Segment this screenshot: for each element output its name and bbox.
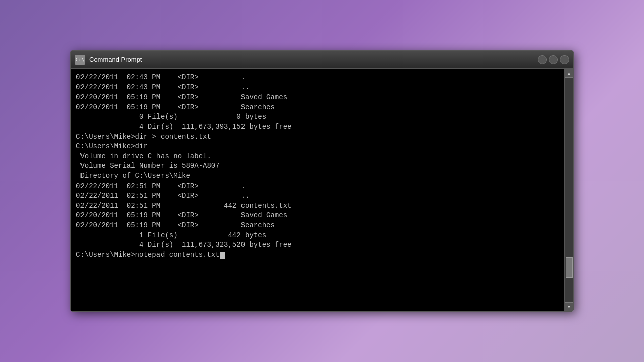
terminal-line: Volume Serial Number is 589A-A807 (76, 161, 559, 171)
minimize-button[interactable] (538, 55, 547, 64)
terminal-line: 02/20/2011 05:19 PM <DIR> Saved Games (76, 93, 559, 103)
terminal-line: 02/22/2011 02:51 PM <DIR> . (76, 182, 559, 192)
terminal-line: C:\Users\Mike>dir > contents.txt (76, 132, 559, 142)
maximize-button[interactable] (549, 55, 558, 64)
window-icon: C:\ (75, 55, 85, 65)
terminal-line: 02/22/2011 02:43 PM <DIR> .. (76, 83, 559, 93)
command-prompt-window[interactable]: C:\ Command Prompt 02/22/2011 02:43 PM <… (70, 50, 574, 312)
content-area: 02/22/2011 02:43 PM <DIR> .02/22/2011 02… (71, 69, 573, 311)
terminal-line: 02/22/2011 02:51 PM <DIR> .. (76, 191, 559, 201)
terminal-output[interactable]: 02/22/2011 02:43 PM <DIR> .02/22/2011 02… (71, 69, 564, 311)
close-button[interactable] (560, 55, 569, 64)
terminal-line: C:\Users\Mike>notepad contents.txt (76, 250, 559, 260)
terminal-line: 02/20/2011 05:19 PM <DIR> Saved Games (76, 211, 559, 221)
scroll-up-arrow[interactable]: ▲ (565, 69, 573, 78)
terminal-line: 02/20/2011 05:19 PM <DIR> Searches (76, 103, 559, 113)
terminal-line: Volume in drive C has no label. (76, 152, 559, 162)
terminal-cursor (220, 252, 225, 259)
terminal-line: 1 File(s) 442 bytes (76, 231, 559, 241)
scroll-track[interactable] (565, 78, 573, 302)
terminal-line: 4 Dir(s) 111,673,323,520 bytes free (76, 240, 559, 250)
terminal-line: Directory of C:\Users\Mike (76, 171, 559, 182)
terminal-line: 02/22/2011 02:43 PM <DIR> . (76, 73, 559, 83)
scroll-down-arrow[interactable]: ▼ (565, 302, 573, 311)
terminal-line: 02/20/2011 05:19 PM <DIR> Searches (76, 221, 559, 231)
scroll-thumb[interactable] (566, 257, 573, 278)
terminal-line: 0 File(s) 0 bytes (76, 112, 559, 122)
window-controls (538, 55, 569, 64)
terminal-line: 4 Dir(s) 111,673,393,152 bytes free (76, 122, 559, 132)
window-title: Command Prompt (89, 56, 538, 63)
title-bar: C:\ Command Prompt (71, 51, 573, 69)
scrollbar[interactable]: ▲ ▼ (564, 69, 573, 311)
terminal-line: C:\Users\Mike>dir (76, 142, 559, 152)
terminal-line: 02/22/2011 02:51 PM 442 contents.txt (76, 201, 559, 211)
